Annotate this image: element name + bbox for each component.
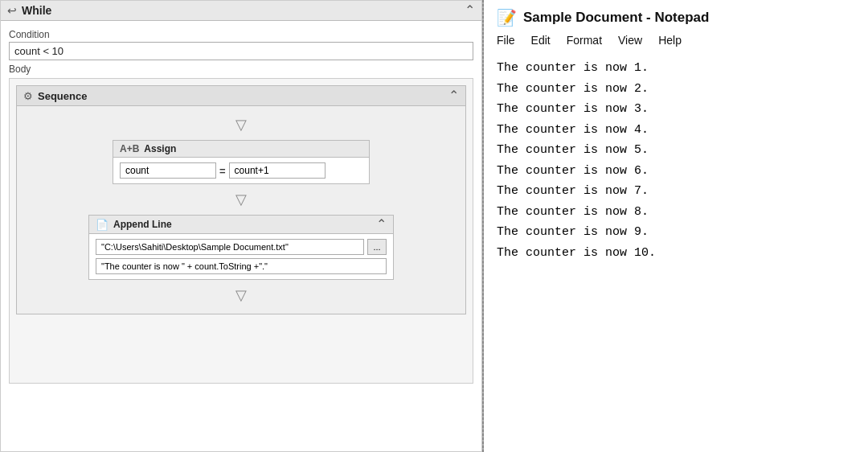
sequence-block: ⚙ Sequence ⌃ ▽ A+B Assign [16, 85, 466, 314]
notepad-line: The counter is now 5. [497, 140, 855, 161]
sequence-collapse-button[interactable]: ⌃ [448, 89, 459, 102]
menu-view[interactable]: View [618, 34, 642, 47]
notepad-line: The counter is now 10. [497, 243, 855, 264]
notepad-line: The counter is now 3. [497, 99, 855, 120]
append-text-input[interactable] [96, 258, 387, 274]
sequence-body: ▽ A+B Assign = ▽ [17, 106, 465, 314]
while-icon: ↩ [7, 4, 17, 17]
notepad-panel: 📝 Sample Document - Notepad File Edit Fo… [484, 0, 868, 452]
while-header-left: ↩ While [7, 4, 51, 17]
notepad-line: The counter is now 8. [497, 202, 855, 223]
sequence-icon: ⚙ [23, 90, 33, 102]
notepad-line: The counter is now 7. [497, 181, 855, 202]
body-container: ⚙ Sequence ⌃ ▽ A+B Assign [9, 78, 473, 384]
notepad-line: The counter is now 1. [497, 58, 855, 79]
while-panel: ↩ While ⌃ Condition Body ⚙ Sequence ⌃ [0, 0, 482, 452]
append-filepath-row: ... [96, 239, 387, 255]
condition-label: Condition [9, 29, 473, 40]
notepad-title: Sample Document - Notepad [523, 10, 709, 26]
append-icon: 📄 [96, 219, 108, 231]
arrow-bot: ▽ [235, 286, 247, 304]
assign-block: A+B Assign = [113, 140, 370, 184]
notepad-line: The counter is now 9. [497, 222, 855, 243]
append-collapse-button[interactable]: ⌃ [376, 218, 387, 231]
append-browse-button[interactable]: ... [367, 239, 387, 255]
menu-edit[interactable]: Edit [531, 34, 551, 47]
assign-title: Assign [144, 143, 176, 154]
notepad-menu: File Edit Format View Help [497, 34, 855, 48]
notepad-line: The counter is now 6. [497, 161, 855, 182]
collapse-button[interactable]: ⌃ [465, 4, 475, 17]
notepad-content: The counter is now 1.The counter is now … [497, 58, 855, 263]
append-title: Append Line [113, 219, 172, 230]
append-body: ... [89, 234, 393, 279]
while-body: Condition Body ⚙ Sequence ⌃ ▽ [1, 21, 481, 451]
assign-icon: A+B [120, 143, 139, 154]
sequence-header: ⚙ Sequence ⌃ [17, 86, 465, 106]
append-filepath-input[interactable] [96, 239, 364, 255]
menu-file[interactable]: File [497, 34, 515, 47]
body-label: Body [9, 64, 473, 75]
while-title: While [22, 4, 51, 17]
arrow-top: ▽ [235, 116, 247, 134]
sequence-header-left: ⚙ Sequence [23, 90, 87, 102]
notepad-line: The counter is now 2. [497, 79, 855, 100]
notepad-icon: 📝 [497, 8, 517, 27]
assign-equals: = [219, 165, 226, 177]
notepad-title-bar: 📝 Sample Document - Notepad [497, 8, 855, 27]
assign-body: = [113, 158, 369, 183]
menu-format[interactable]: Format [567, 34, 602, 47]
menu-help[interactable]: Help [658, 34, 682, 47]
sequence-title: Sequence [38, 90, 87, 102]
append-block: 📄 Append Line ⌃ ... [88, 215, 394, 280]
append-text-row [96, 258, 387, 274]
append-header-left: 📄 Append Line [96, 219, 172, 231]
assign-right-input[interactable] [229, 162, 326, 179]
arrow-mid: ▽ [235, 191, 247, 208]
condition-input[interactable] [9, 42, 473, 60]
assign-header: A+B Assign [113, 141, 369, 158]
while-header: ↩ While ⌃ [1, 1, 481, 21]
notepad-line: The counter is now 4. [497, 120, 855, 141]
assign-left-input[interactable] [120, 162, 216, 179]
append-header: 📄 Append Line ⌃ [89, 216, 393, 234]
